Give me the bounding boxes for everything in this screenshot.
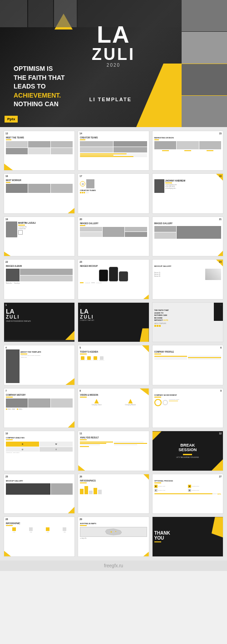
slide-analysis-result-11[interactable]: 11 ANALYSIS RESULT	[78, 431, 149, 471]
slide-achievement-9[interactable]: 9 COMPANY ACHIEVEMENT Achievement Settin…	[152, 388, 223, 428]
slide-3-highlight: HOPE	[163, 319, 168, 321]
slide-22-album	[6, 269, 73, 281]
hero-side-persons	[182, 0, 227, 127]
slide-num-7: 7	[5, 389, 7, 392]
slide-8-title: VISION & MISSION	[80, 394, 147, 396]
slide-24-tablet	[205, 269, 221, 280]
slide-14-accent	[80, 139, 85, 140]
pct-bar-bg	[154, 493, 217, 494]
slide-infographics-26[interactable]: 26 INFOGRAPHICS	[78, 474, 149, 514]
slide-5-corner	[142, 345, 149, 352]
profile-bar-1	[154, 356, 188, 357]
martin-photo	[6, 221, 17, 237]
slide-5-accent	[80, 354, 87, 354]
slide-meet-teams[interactable]: 13 MEET THE TEAMS	[4, 131, 75, 171]
slide-5-content: TODAY'S AGENDA	[78, 345, 148, 384]
slide-7-accent	[6, 397, 13, 398]
person-4	[6, 148, 28, 154]
slide-cover-dark-1[interactable]: 1 LA ZULI CREATIVE PRESENTATION TEMPLATE	[4, 302, 75, 342]
slide-25-content: MOCKUP GALLERY	[4, 474, 74, 513]
slide-27-percent: 93%	[154, 493, 221, 495]
slide-about-4[interactable]: 4 ABOUT THE TEMPLATE Lorem ipsum dolor s…	[4, 345, 75, 385]
slide-mockup-25[interactable]: 25 MOCKUP GALLERY	[4, 474, 75, 514]
badge-2	[91, 282, 95, 283]
slide-28-content: INFOGRAPHIC Label Label Label Label	[4, 517, 74, 556]
slide-cover-2[interactable]: 2 LA ZULI CREATIVE TEMPLATE	[78, 302, 149, 342]
slide-21-content: IMAGES GALLERY	[153, 217, 223, 256]
slide-thankyou-30[interactable]: THANKYOU	[152, 516, 223, 556]
slide-1-bar	[4, 340, 74, 342]
slide-7-title: COMPANY HISTORY	[6, 394, 73, 396]
proc-a: A Process A text	[154, 485, 188, 488]
slide-29-label: ● map info	[80, 537, 147, 539]
slide-vision-8[interactable]: 8 VISION & MISSION Company Vision Compan…	[78, 388, 149, 428]
slide-num-3: 3	[220, 304, 222, 306]
dot-1	[80, 192, 81, 193]
slide-quote-3[interactable]: 3 THE FAITH THATLEADS TONOTHING CANBE DO…	[152, 302, 223, 342]
swot-o: O	[6, 447, 39, 452]
slide-maps-29[interactable]: 29 AUSTRALIA MAPS ● map info	[78, 516, 149, 556]
slide-jhonny-18[interactable]: 18 JHONNY ANDREW ● jhonny@site.com ● 021…	[152, 173, 223, 213]
agenda-item-4	[99, 356, 104, 361]
slide-11-accent	[80, 439, 87, 440]
slide-album-22[interactable]: 22 IMAGES ALBUM National ● Country ●	[4, 259, 75, 299]
gal-5	[125, 232, 147, 237]
slide-marketing-15[interactable]: 15 MARKETING DIVISION	[152, 131, 223, 171]
r-bar-3	[80, 444, 100, 445]
worker-3	[51, 184, 73, 193]
slide-creator-teams-17[interactable]: 17 CREATOR TEAMS	[78, 173, 149, 213]
mkt-person-3	[199, 141, 221, 149]
slide-analysis-10[interactable]: 10 COMPANY ANALYSIS S W O T STRENGTH WEA…	[4, 431, 75, 471]
proc-b: B Process B text	[188, 485, 221, 488]
slide-mockup-gallery-24[interactable]: 24 MOCKUP GALLERY Device 01 Device 02 De…	[152, 259, 223, 299]
badge-text-1: Mockup ●	[85, 282, 90, 284]
slide-best-worker-16[interactable]: 16 BEST WORKER	[4, 173, 75, 213]
slide-4-desc2: Subtext here	[20, 357, 73, 358]
slide-17-person	[86, 179, 94, 188]
hero-logo-zuli: ZULI	[92, 46, 135, 63]
slide-4-desc: Lorem ipsum dolor sit amet consectetur	[20, 355, 73, 356]
dot-2	[82, 192, 83, 193]
slides-grid: 13 MEET THE TEAMS 14 CREATOR TEAMS	[0, 127, 227, 560]
slide-mockup-23[interactable]: 23 IMAGES MOCKUP Mockup ● Mockup ●	[78, 259, 149, 299]
slide-23-badges: Mockup ● Mockup ●	[80, 282, 147, 284]
slide-17-title: CREATOR TEAMS	[80, 189, 147, 192]
result-bottom-bar	[80, 446, 89, 447]
bar-chart-5	[98, 490, 102, 494]
slide-optional-27[interactable]: 27 OPTIONAL PROCESS A Process A text B P…	[152, 474, 223, 514]
tl-dot-1	[6, 408, 7, 410]
slide-num-2: 2	[79, 304, 81, 306]
slide-break-12[interactable]: 12 BREAKSESSION LET'S TAKE A BREAK FOR A…	[152, 431, 223, 471]
mission-col: Company Mission	[114, 399, 147, 406]
agenda-icon-4	[100, 356, 104, 360]
slide-6-content: COMPANY PROFILE	[153, 345, 223, 384]
slide-3-content: THE FAITH THATLEADS TONOTHING CANBE DONE…	[153, 303, 223, 342]
slide-2-logo: LA ZULI CREATIVE TEMPLATE	[80, 308, 147, 321]
slide-gallery-20[interactable]: 20 IMAGES GALLERY	[78, 216, 149, 256]
slide-20-accent	[80, 225, 85, 226]
slide-24-tablet-screen	[205, 269, 221, 280]
slide-martin-19[interactable]: 19 MARTIN LAZULI ● Contact info ● Email …	[4, 216, 75, 256]
martin-qr-box	[18, 230, 23, 235]
martin-info: MARTIN LAZULI ● Contact info ● Email her…	[18, 221, 73, 237]
slide-history-7[interactable]: 7 COMPANY HISTORY 2015 - 2022 2022+	[4, 388, 75, 428]
mkt-person-2	[177, 141, 198, 149]
tl-label-1: 2015 - 2022	[8, 408, 15, 410]
slide-infographic2-28[interactable]: 28 INFOGRAPHIC Label Label Label	[4, 516, 75, 556]
agenda-item-2	[86, 356, 92, 361]
slide-gallery-21[interactable]: 21 IMAGES GALLERY	[152, 216, 223, 256]
slide-creator-teams-14[interactable]: 14 CREATOR TEAMS	[78, 131, 149, 171]
slide-num-5: 5	[79, 346, 81, 349]
slide-27-procs: A Process A text B Process B text C Proc…	[154, 485, 221, 492]
swot-w: W	[39, 442, 73, 447]
profile-bar-2	[154, 357, 188, 358]
break-subtitle: LET'S TAKE A BREAK FOR A WHILE	[176, 457, 199, 458]
slide-10-accent	[6, 439, 13, 440]
slide-company-profile-6[interactable]: 6 COMPANY PROFILE	[152, 345, 223, 385]
slide-11-bottom	[80, 446, 147, 447]
slide-num-20: 20	[79, 218, 82, 221]
slide-agenda-5[interactable]: 5 TODAY'S AGENDA	[78, 345, 149, 385]
gal-4	[80, 232, 102, 237]
worker-2	[28, 184, 50, 193]
profile-bar-6	[188, 359, 221, 359]
